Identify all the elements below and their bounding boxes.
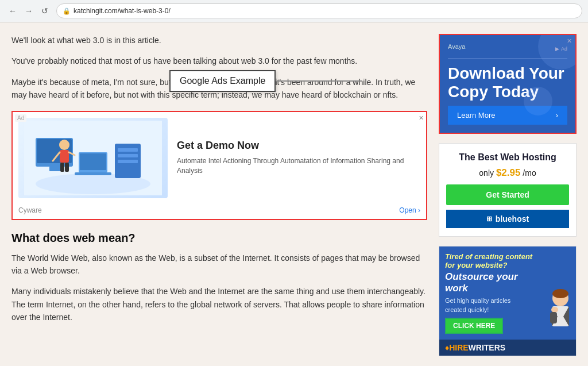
hw-content: Tired of creating content for your websi… (439, 246, 576, 340)
avaya-ad-inner: Avaya ▶ Ad Download Your Copy Today Lear… (440, 35, 575, 133)
ad-headline: Get a Demo Now (177, 140, 420, 152)
address-bar[interactable]: 🔒 katchingit.com/what-is-web-3-0/ (56, 3, 582, 18)
svg-rect-9 (118, 148, 138, 152)
ad-open-link[interactable]: Open › (399, 206, 420, 214)
forward-button[interactable]: → (22, 4, 36, 18)
hw-tired-text: Tired of creating content for your websi… (445, 252, 533, 269)
price-prefix: only (479, 168, 494, 178)
hosting-ad: The Best Web Hosting only $2.95 /mo Get … (439, 143, 577, 237)
article-para-5: Many individuals mistakenly believe that… (11, 285, 427, 323)
inline-ad-close-button[interactable]: ✕ (419, 114, 424, 122)
para-with-tooltip-wrapper: Maybe it's because of meta, I'm not sure… (11, 76, 427, 102)
hw-person-area (539, 246, 576, 340)
lock-icon: 🔒 (63, 7, 71, 15)
close-icon: ✕ (419, 114, 424, 121)
article-para-1: We'll look at what web 3.0 is in this ar… (11, 34, 427, 47)
svg-rect-13 (60, 150, 69, 163)
get-started-button[interactable]: Get Started (446, 184, 569, 205)
hosting-price: only $2.95 /mo (446, 167, 569, 179)
svg-point-23 (551, 307, 558, 313)
hw-logo-suffix: WRITERS (469, 343, 506, 352)
chevron-right-icon: › (556, 111, 558, 120)
svg-rect-17 (65, 163, 69, 172)
hirewriters-ad: Tired of creating content for your websi… (439, 246, 577, 356)
sidebar: Avaya ▶ Ad Download Your Copy Today Lear… (439, 34, 577, 356)
hw-inner: Tired of creating content for your websi… (439, 246, 539, 340)
ad-subtext: Automate Intel Actioning Through Automat… (177, 156, 420, 176)
tooltip-connector-line (276, 80, 362, 82)
svg-rect-10 (118, 154, 138, 157)
svg-point-19 (552, 289, 568, 298)
inline-ad-inner: Get a Demo Now Automate Intel Actioning … (13, 112, 426, 204)
chevron-right-icon: › (418, 206, 420, 214)
inline-ad-wrapper: ✕ Ad (11, 111, 427, 220)
tooltip-label: Google Ads Example (169, 70, 276, 92)
person-illustration (540, 288, 575, 340)
main-content: We'll look at what web 3.0 is in this ar… (11, 34, 427, 356)
avaya-label: Avaya (448, 43, 465, 50)
hw-logo: ♦HIREWRITERS (445, 343, 505, 352)
svg-point-12 (59, 140, 69, 150)
section-heading: What does web mean? (11, 232, 427, 245)
browser-chrome: ← → ↺ 🔒 katchingit.com/what-is-web-3-0/ (0, 0, 588, 22)
price-suffix: /mo (523, 168, 536, 178)
article-para-2: You've probably noticed that most of us … (11, 55, 427, 67)
ad-text-area: Get a Demo Now Automate Intel Actioning … (177, 140, 420, 176)
hw-logo-accent: ♦HIRE (445, 343, 469, 352)
svg-rect-6 (80, 153, 106, 170)
refresh-button[interactable]: ↺ (38, 4, 52, 18)
svg-rect-11 (118, 160, 138, 163)
avaya-btn-label: Learn More (457, 111, 495, 120)
bluehost-bar: ⊞ bluehost (446, 210, 569, 228)
bluehost-brand: bluehost (496, 214, 529, 224)
grid-icon: ⊞ (486, 215, 492, 223)
avaya-ad: Avaya ▶ Ad Download Your Copy Today Lear… (439, 34, 577, 134)
hw-click-button[interactable]: CLICK HERE (445, 318, 503, 334)
ad-advertiser: Cyware (18, 206, 42, 214)
svg-rect-24 (550, 312, 557, 323)
close-icon: ✕ (567, 37, 572, 44)
svg-rect-16 (60, 163, 64, 172)
hw-desc-text: Get high quality articles created quickl… (445, 296, 533, 314)
inline-ad-attribution: Ad (15, 114, 26, 122)
ad-image-area (18, 118, 168, 198)
hw-outsource-text: Outsource your work (445, 271, 533, 294)
back-button[interactable]: ← (6, 4, 20, 18)
ad-label: Ad (17, 115, 24, 121)
ad-illustration (24, 121, 162, 195)
avaya-close-button[interactable]: ✕ (567, 37, 572, 45)
svg-rect-7 (75, 172, 111, 175)
price-value: $2.95 (496, 167, 521, 178)
hosting-tagline: The Best Web Hosting (446, 152, 569, 164)
svg-rect-4 (49, 167, 61, 171)
ad-footer: Cyware Open › (13, 204, 426, 219)
article-para-4: The World Wide Web, also known as the We… (11, 252, 427, 278)
nav-buttons: ← → ↺ (6, 4, 52, 18)
tooltip-container: Google Ads Example (169, 70, 276, 92)
url-text: katchingit.com/what-is-web-3-0/ (74, 7, 171, 15)
hw-bottom-bar: ♦HIREWRITERS (439, 340, 576, 356)
